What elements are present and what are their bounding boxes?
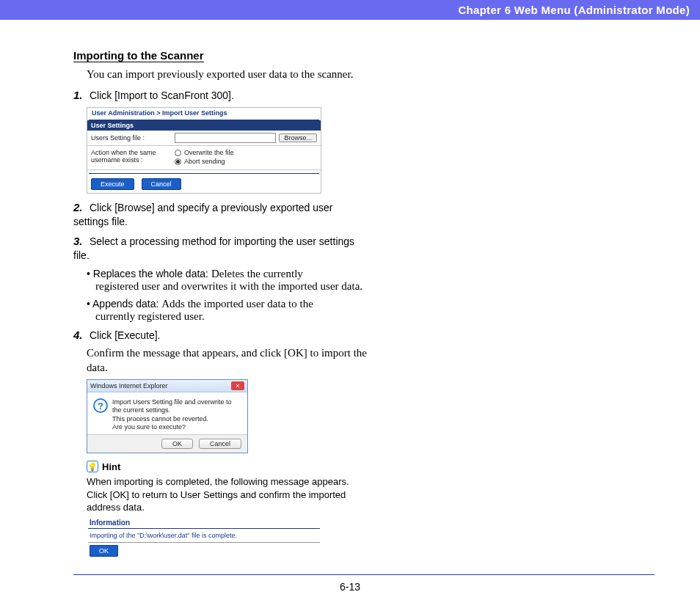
question-icon: ? [93, 398, 108, 413]
section-title: Importing to the Scanner [73, 49, 204, 62]
dialog-line3: Are you sure to execute? [112, 423, 186, 431]
browse-button[interactable]: Browse... [279, 133, 317, 142]
radio-icon [175, 150, 181, 156]
step-number: 4. [73, 329, 87, 341]
figure-ie-dialog: Windows Internet Explorer × ? Import Use… [87, 379, 248, 453]
panel-heading: User Settings [87, 120, 321, 131]
info-heading: Information [88, 519, 320, 529]
step-3: 3. Select a processing method for import… [73, 235, 368, 323]
hint-header: 💡 Hint [87, 461, 368, 472]
execute-button[interactable]: Execute [91, 178, 134, 190]
action-label-line1: Action when the same [91, 149, 156, 156]
page-content: Importing to the Scanner You can import … [0, 20, 411, 559]
step-text: Click [Import to ScanFront 300]. [90, 89, 234, 101]
figure-information: Information Importing of the "D:\work\us… [87, 519, 321, 559]
dialog-title: Windows Internet Explorer [90, 382, 168, 389]
lightbulb-icon: 💡 [87, 461, 98, 472]
dialog-line2: This process cannot be reverted. [112, 415, 208, 422]
bullet-label: • Appends data: [87, 298, 161, 310]
figure-user-settings: User Administration > Import User Settin… [87, 107, 321, 194]
info-message: Importing of the "D:\work\user.dat" file… [87, 529, 321, 541]
radio-option-abort[interactable]: Abort sending [175, 158, 234, 165]
step-2: 2. Click [Browse] and specify a previous… [73, 201, 368, 229]
bullet-desc: Adds the imported user data to the [161, 298, 313, 310]
step-confirm-text: Confirm the message that appears, and cl… [87, 345, 368, 376]
close-icon[interactable]: × [231, 381, 244, 390]
action-row: Action when the same username exists : O… [87, 146, 321, 170]
page-number: 6-13 [0, 581, 700, 593]
step-1: 1. Click [Import to ScanFront 300]. User… [73, 89, 368, 194]
cancel-button[interactable]: Cancel [199, 439, 241, 449]
ok-button[interactable]: OK [161, 439, 193, 449]
action-label-line2: username exists : [91, 156, 143, 164]
radio-option-overwrite[interactable]: Overwrite the file [175, 149, 234, 156]
step-text: Select a processing method for importing… [73, 235, 354, 261]
step-text: Click [Execute]. [90, 329, 160, 341]
chapter-header: Chapter 6 Web Menu (Administrator Mode) [0, 0, 700, 20]
action-label: Action when the same username exists : [91, 149, 172, 164]
bullet-appends: • Appends data: Adds the imported user d… [87, 297, 368, 323]
bullet-desc: Deletes the currently [211, 268, 303, 279]
hint-label: Hint [102, 461, 120, 472]
radio-label: Overwrite the file [184, 149, 234, 156]
cancel-button[interactable]: Cancel [142, 178, 181, 190]
bullet-replaces: • Replaces the whole data: Deletes the c… [87, 267, 368, 293]
bullet-continuation: currently registered user. [95, 310, 368, 323]
dialog-line1: Import Users Setting file and overwrite … [112, 398, 232, 414]
dialog-message: Import Users Setting file and overwrite … [112, 398, 241, 431]
breadcrumb: User Administration > Import User Settin… [89, 108, 319, 120]
step-number: 3. [73, 235, 87, 247]
radio-label: Abort sending [184, 158, 225, 165]
footer-rule [73, 574, 655, 575]
ok-button[interactable]: OK [90, 545, 118, 557]
file-label: Users Setting file : [91, 134, 172, 142]
section-intro: You can import previously exported user … [87, 67, 368, 81]
step-number: 1. [73, 89, 87, 101]
bullet-label: • Replaces the whole data: [87, 268, 211, 279]
hint-text: When importing is completed, the followi… [87, 475, 368, 514]
step-text: Click [Browse] and specify a previously … [73, 202, 332, 227]
step-4: 4. Click [Execute]. Confirm the message … [73, 329, 368, 559]
step-number: 2. [73, 201, 87, 213]
bullet-continuation: registered user and overwrites it with t… [95, 280, 368, 293]
file-input[interactable] [175, 133, 276, 143]
file-row: Users Setting file : Browse... [87, 131, 321, 146]
radio-icon [175, 158, 181, 165]
